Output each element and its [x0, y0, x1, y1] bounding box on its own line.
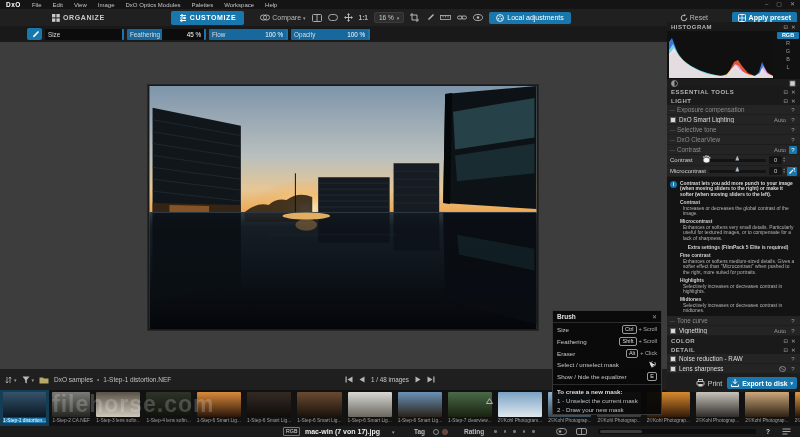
- close-icon[interactable]: ✕: [652, 313, 657, 320]
- thumbnail-image[interactable]: [795, 392, 800, 417]
- tool-row-exposure-compensation[interactable]: —Exposure compensation?: [667, 105, 800, 115]
- link-icon[interactable]: [457, 14, 467, 21]
- last-image-icon[interactable]: [427, 376, 435, 383]
- menu-item-workspace[interactable]: Workspace: [224, 2, 254, 8]
- thumbnail-1-step-6-smart-lig[interactable]: 1-Step-6 Smart Lig...: [395, 390, 445, 426]
- move-icon[interactable]: [344, 13, 353, 22]
- detail-section-header[interactable]: DETAIL ⊡✕: [667, 345, 800, 354]
- dock-icon[interactable]: ⊡: [784, 98, 789, 104]
- thumbnail-2-kohl-photograp[interactable]: 2©Kohl Photograp...: [693, 390, 742, 426]
- first-image-icon[interactable]: [345, 376, 353, 383]
- photo-preview[interactable]: [148, 85, 538, 330]
- folder-name[interactable]: DxO samples: [54, 376, 93, 383]
- checkbox-icon[interactable]: [670, 117, 676, 123]
- image-canvas[interactable]: Brush ✕ SizeCtrl+ ScrollFeatheringShift+…: [0, 42, 667, 369]
- help-button[interactable]: ?: [766, 428, 770, 435]
- thumbnail-image[interactable]: [498, 392, 543, 417]
- menu-item-edit[interactable]: Edit: [53, 2, 63, 8]
- help-icon[interactable]: ?: [789, 116, 797, 124]
- chevron-down-icon[interactable]: ▾: [392, 429, 395, 435]
- help-icon[interactable]: ?: [789, 126, 797, 134]
- zoom-select[interactable]: 16 % ▾: [374, 12, 404, 23]
- help-icon[interactable]: ?: [789, 365, 797, 373]
- help-icon[interactable]: ?: [789, 146, 797, 154]
- menu-item-image[interactable]: Image: [98, 2, 115, 8]
- dock-icon[interactable]: ⊡: [784, 24, 789, 30]
- slider-value[interactable]: 0: [769, 167, 782, 175]
- slider-value[interactable]: 0: [769, 156, 782, 164]
- slider-track[interactable]: [709, 159, 766, 162]
- close-icon[interactable]: ✕: [791, 347, 796, 353]
- tool-row-selective-tone[interactable]: —Selective tone?: [667, 125, 800, 135]
- filmstrip-scrollbar[interactable]: [598, 429, 756, 434]
- thumbnail-2-kohl-photogram[interactable]: 2©Kohl Photogram...: [495, 390, 546, 426]
- close-icon[interactable]: ✕: [791, 98, 796, 104]
- highlight-clipping-icon[interactable]: [789, 80, 796, 87]
- help-icon[interactable]: ?: [789, 136, 797, 144]
- minimize-icon[interactable]: –: [765, 0, 768, 9]
- thumbnail-image[interactable]: [247, 392, 291, 417]
- split-view-icon[interactable]: [312, 14, 322, 22]
- current-file-name[interactable]: 1-Step-1 distortion.NEF: [103, 376, 171, 383]
- menu-item-view[interactable]: View: [74, 2, 87, 8]
- menu-item-palettes[interactable]: Palettes: [192, 2, 214, 8]
- close-icon[interactable]: ✕: [791, 89, 796, 95]
- filter-button[interactable]: ▾: [22, 376, 35, 384]
- ruler-icon[interactable]: [440, 14, 451, 21]
- reset-button[interactable]: Reset: [680, 14, 708, 22]
- histogram-channel-rgb[interactable]: RGB: [777, 32, 799, 39]
- histogram-header[interactable]: HISTOGRAM ⊡✕: [667, 22, 800, 31]
- thumbnail-1-step-6-smart-lig[interactable]: 1-Step-6 Smart Lig...: [345, 390, 395, 426]
- thumbnail-image[interactable]: [696, 392, 739, 417]
- tag-empty-icon[interactable]: [433, 429, 439, 435]
- feathering-slider[interactable]: Feathering 45 %: [127, 29, 206, 40]
- help-icon[interactable]: ?: [789, 106, 797, 114]
- export-to-disk-button[interactable]: Export to disk ▾: [727, 377, 797, 389]
- thumbnail-image[interactable]: [348, 392, 392, 417]
- thumbnail-image[interactable]: [3, 392, 46, 417]
- histogram-channel-b[interactable]: B: [777, 56, 799, 63]
- thumbnail-image[interactable]: [297, 392, 341, 417]
- thumbnail-1-step-6-smart-lig[interactable]: 1-Step-6 Smart Lig...: [194, 390, 244, 426]
- thumbnail-1-step-2-ca-nef[interactable]: 1-Step-2 CA.NEF: [49, 390, 93, 426]
- thumbnail-image[interactable]: [745, 392, 788, 417]
- help-icon[interactable]: ?: [789, 317, 797, 325]
- tool-row-dxo-clearview[interactable]: —DxO ClearView?: [667, 135, 800, 145]
- slider-marker-icon[interactable]: [735, 167, 739, 172]
- tool-row-dxo-smart-lighting[interactable]: DxO Smart LightingAuto?: [667, 115, 800, 125]
- maximize-icon[interactable]: ▢: [776, 0, 782, 9]
- tool-row-contrast[interactable]: —ContrastAuto?: [667, 145, 800, 155]
- histogram-channel-g[interactable]: G: [777, 48, 799, 55]
- thumbnail-image[interactable]: [197, 392, 241, 417]
- thumbnail-image[interactable]: [398, 392, 442, 417]
- tool-row-noise-reduction-raw[interactable]: Noise reduction - RAW?: [667, 354, 800, 364]
- sort-button[interactable]: ▾: [5, 376, 17, 384]
- help-icon[interactable]: ?: [789, 355, 797, 363]
- shadow-clipping-icon[interactable]: [671, 80, 678, 87]
- flow-slider[interactable]: Flow 100 %: [209, 29, 288, 40]
- next-image-icon[interactable]: [415, 376, 421, 383]
- thumbnail-1-step-6-smart-lig[interactable]: 1-Step-6 Smart Lig...: [244, 390, 294, 426]
- slider-track[interactable]: [709, 170, 766, 173]
- compare-button[interactable]: Compare ▾: [260, 14, 305, 21]
- thumbnail-image[interactable]: [52, 392, 90, 417]
- thumbnail-2-kohl-photograp[interactable]: 2©Kohl Photograp...: [742, 390, 791, 426]
- eye-icon[interactable]: [473, 14, 483, 21]
- tag-filled-icon[interactable]: [442, 429, 448, 435]
- close-icon[interactable]: ✕: [791, 24, 796, 30]
- help-icon[interactable]: ?: [789, 327, 797, 335]
- pan-hand-icon[interactable]: [328, 14, 338, 21]
- opacity-slider[interactable]: Opacity 100 %: [291, 29, 370, 40]
- checkbox-icon[interactable]: [670, 366, 676, 372]
- magic-wand-icon[interactable]: [787, 167, 797, 176]
- slider-marker-icon[interactable]: [735, 156, 739, 161]
- previous-image-icon[interactable]: [359, 376, 365, 383]
- thumbnail-1-step-1-distortion[interactable]: 1-Step-1 distortion...: [0, 390, 49, 426]
- thumbnail-1-step-7-clearview[interactable]: 1-Step-7 clearview...: [445, 390, 494, 426]
- checkbox-icon[interactable]: [670, 356, 676, 362]
- light-section-header[interactable]: LIGHT ⊡✕: [667, 96, 800, 105]
- size-slider[interactable]: Size: [45, 29, 124, 40]
- close-icon[interactable]: ✕: [790, 0, 795, 9]
- tool-row-tone-curve[interactable]: —Tone curve?: [667, 316, 800, 326]
- split-thumbnail-icon[interactable]: [576, 428, 587, 435]
